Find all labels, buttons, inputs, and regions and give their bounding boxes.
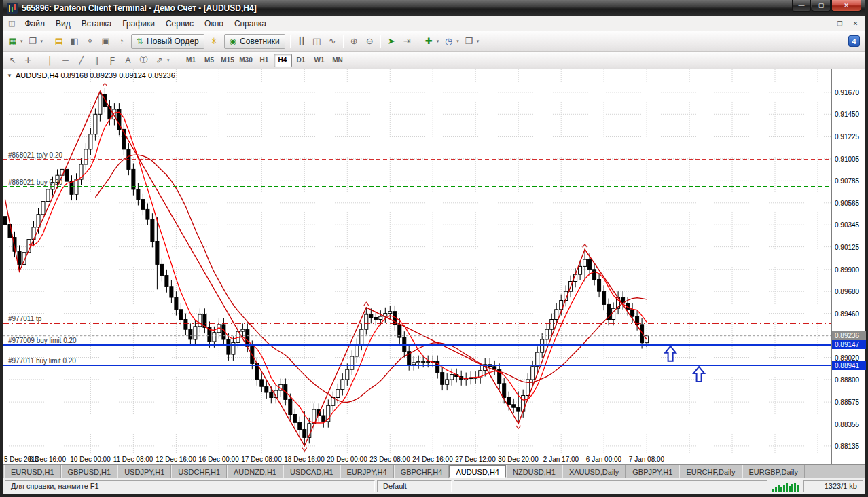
text-label-button[interactable]: Ⓣ: [136, 54, 151, 67]
chart-tab-gbpchf-h4[interactable]: GBPCHF,H4: [394, 465, 450, 478]
channel-button[interactable]: ∥: [89, 54, 105, 67]
horizontal-line-button[interactable]: ─: [58, 54, 73, 67]
timeframe-m5[interactable]: M5: [200, 54, 219, 67]
strategy-tester-icon: ◔: [119, 36, 124, 46]
close-button[interactable]: ✕: [831, 0, 861, 12]
line-chart-button[interactable]: ∿: [325, 34, 340, 49]
metaeditor-button[interactable]: ✳: [206, 34, 222, 49]
status-help-text: Для справки, нажмите F1: [5, 480, 375, 492]
profiles-button[interactable]: ❐: [25, 34, 41, 49]
chart-tab-eurchf-daily[interactable]: EURCHF,Daily: [679, 465, 742, 478]
arrows-dropdown-icon[interactable]: ▾: [167, 58, 170, 63]
crosshair-button[interactable]: ✛: [20, 54, 36, 67]
menu-file[interactable]: Файл: [19, 17, 50, 31]
profiles-icon: ❐: [29, 36, 37, 46]
chart-tab-eurusd-h1[interactable]: EURUSD,H1: [4, 465, 61, 478]
time-label: 12 Dec 16:00: [156, 456, 196, 463]
text-button[interactable]: A: [120, 54, 136, 67]
chart-tab-usdchf-h1[interactable]: USDCHF,H1: [171, 465, 227, 478]
one-click-trading-arrow[interactable]: ▼: [7, 73, 12, 79]
zoom-in-button[interactable]: ⊕: [346, 34, 362, 49]
data-window-button[interactable]: ◧: [67, 34, 82, 49]
timeframe-m30[interactable]: M30: [237, 54, 255, 67]
vertical-line-button[interactable]: │: [42, 54, 58, 67]
trendline-button[interactable]: ╱: [73, 54, 89, 67]
chart-plot[interactable]: #868021 tp/y 0.20#868021 buy 0.20#977011…: [3, 69, 831, 464]
menu-items: ФайлВидВставкаГрафикиСервисОкноСправка: [19, 17, 272, 31]
chart-menu-icon[interactable]: ◫: [4, 19, 19, 28]
new-order-button[interactable]: ⇅ Новый Ордер: [131, 34, 204, 49]
chart-tab-usdcad-h1[interactable]: USDCAD,H1: [283, 465, 340, 478]
timeframe-m1[interactable]: M1: [182, 54, 200, 67]
templates-button[interactable]: ❒: [461, 34, 477, 49]
new-chart-dropdown-icon[interactable]: ▾: [20, 39, 23, 44]
terminal-button[interactable]: ▣: [98, 34, 113, 49]
cursor-button[interactable]: ↖: [5, 54, 20, 67]
menu-service[interactable]: Сервис: [160, 17, 199, 31]
price-tick: 0.88575: [835, 399, 859, 406]
periods-dropdown-icon[interactable]: ▾: [456, 39, 459, 44]
menu-view[interactable]: Вид: [50, 17, 76, 31]
templates-dropdown-icon[interactable]: ▾: [477, 39, 480, 44]
expert-advisors-button[interactable]: ◉ Советники: [224, 34, 285, 49]
auto-scroll-button[interactable]: ➤: [384, 34, 399, 49]
chart-tab-audnzd-h1[interactable]: AUDNZD,H1: [227, 465, 283, 478]
notification-badge[interactable]: 4: [848, 35, 860, 47]
toolbar-separator: [39, 54, 39, 67]
timeframe-h4[interactable]: H4: [274, 54, 292, 67]
mdi-restore-button[interactable]: ❐: [833, 18, 847, 29]
market-watch-button[interactable]: ▤: [51, 34, 67, 49]
time-label: 7 Jan 08:00: [626, 456, 667, 463]
chart-tab-audusd-h4[interactable]: AUDUSD,H4: [449, 465, 506, 478]
timeframe-d1[interactable]: D1: [292, 54, 310, 67]
profiles-dropdown-icon[interactable]: ▾: [41, 39, 43, 44]
chart-ohlc-text: AUDUSD,H4 0.89168 0.89239 0.89124 0.8923…: [16, 71, 175, 79]
chart-shift-button[interactable]: ⇥: [399, 34, 415, 49]
chart-tab-eurgbp-daily[interactable]: EURGBP,Daily: [742, 465, 806, 478]
toolbar-separator: [343, 35, 344, 48]
menu-insert[interactable]: Вставка: [76, 17, 117, 31]
price-tick: 0.90565: [835, 200, 859, 207]
timeframe-w1[interactable]: W1: [310, 54, 329, 67]
price-chart[interactable]: #868021 tp/y 0.20#868021 buy 0.20#977011…: [3, 69, 831, 454]
price-tick: 0.91670: [835, 89, 859, 96]
chart-tab-eurjpy-h4[interactable]: EURJPY,H4: [340, 465, 394, 478]
navigator-button[interactable]: ✧: [82, 34, 98, 49]
candlestick-chart-button[interactable]: ◫: [309, 34, 325, 49]
menu-charts[interactable]: Графики: [117, 17, 160, 31]
timeframe-mn[interactable]: MN: [329, 54, 347, 67]
zoom-out-button[interactable]: ⊖: [362, 34, 378, 49]
menu-help[interactable]: Справка: [229, 17, 272, 31]
chart-tab-xauusd-daily[interactable]: XAUUSD,Daily: [562, 465, 626, 478]
mdi-minimize-button[interactable]: —: [817, 18, 831, 29]
arrows-tool-button[interactable]: ⇗: [151, 54, 167, 67]
maximize-button[interactable]: ▢: [812, 0, 831, 12]
chart-tab-usdjpy-h1[interactable]: USDJPY,H1: [117, 465, 171, 478]
status-profile[interactable]: Default: [377, 480, 452, 492]
bar-chart-button[interactable]: ┃┃: [293, 34, 309, 49]
timeframe-m15[interactable]: M15: [219, 54, 237, 67]
time-axis[interactable]: 5 Dec 20136 Dec 16:0010 Dec 00:0011 Dec …: [3, 454, 831, 464]
buy-arrow-objects[interactable]: [665, 346, 704, 382]
minimize-button[interactable]: —: [792, 0, 811, 12]
periods-button[interactable]: ◷: [441, 34, 456, 49]
menu-bar: ◫ ФайлВидВставкаГрафикиСервисОкноСправка…: [3, 16, 865, 31]
menu-window[interactable]: Окно: [199, 17, 229, 31]
new-chart-button[interactable]: ▦: [5, 34, 20, 49]
order-lines[interactable]: #868021 tp/y 0.20#868021 buy 0.20#977011…: [3, 151, 831, 365]
price-scale[interactable]: 0.916700.914500.912250.910050.907850.905…: [831, 69, 865, 464]
indicators-dropdown-icon[interactable]: ▾: [437, 39, 439, 44]
candlestick-icon: ◫: [312, 36, 321, 46]
indicators-button[interactable]: ✚: [421, 34, 437, 49]
time-label: 10 Dec 00:00: [70, 456, 111, 463]
timeframe-h1[interactable]: H1: [255, 54, 274, 67]
time-label: 20 Dec 00:00: [327, 456, 367, 463]
new-chart-icon: ▦: [8, 36, 16, 46]
strategy-tester-button[interactable]: ◔: [113, 34, 129, 49]
chart-tab-gbpjpy-h1[interactable]: GBPJPY,H1: [626, 465, 679, 478]
fibonacci-button[interactable]: Ƒ: [105, 54, 120, 67]
cursor-icon: ↖: [9, 56, 16, 65]
chart-tab-gbpusd-h1[interactable]: GBPUSD,H1: [61, 465, 118, 478]
chart-tab-nzdusd-h1[interactable]: NZDUSD,H1: [506, 465, 562, 478]
mdi-close-button[interactable]: ✕: [848, 18, 863, 29]
